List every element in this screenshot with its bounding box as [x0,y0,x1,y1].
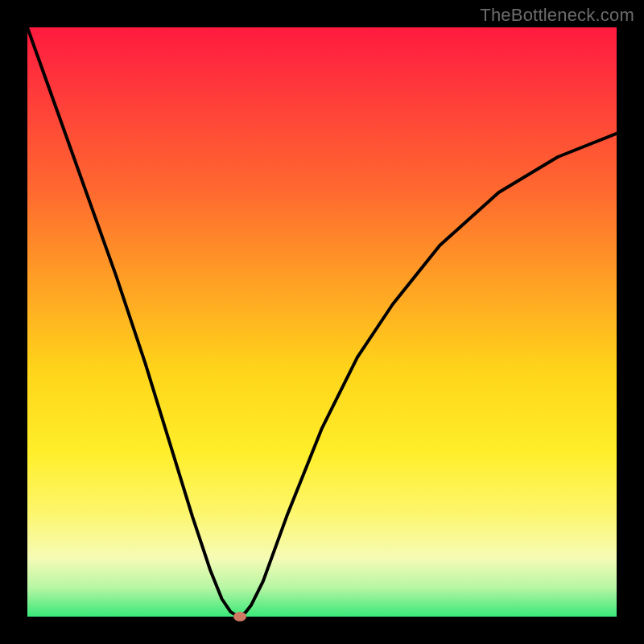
chart-frame: TheBottleneck.com [0,0,644,644]
bottleneck-curve [27,27,617,617]
optimum-marker [233,612,246,621]
watermark-text: TheBottleneck.com [480,5,634,26]
plot-area [27,27,617,617]
